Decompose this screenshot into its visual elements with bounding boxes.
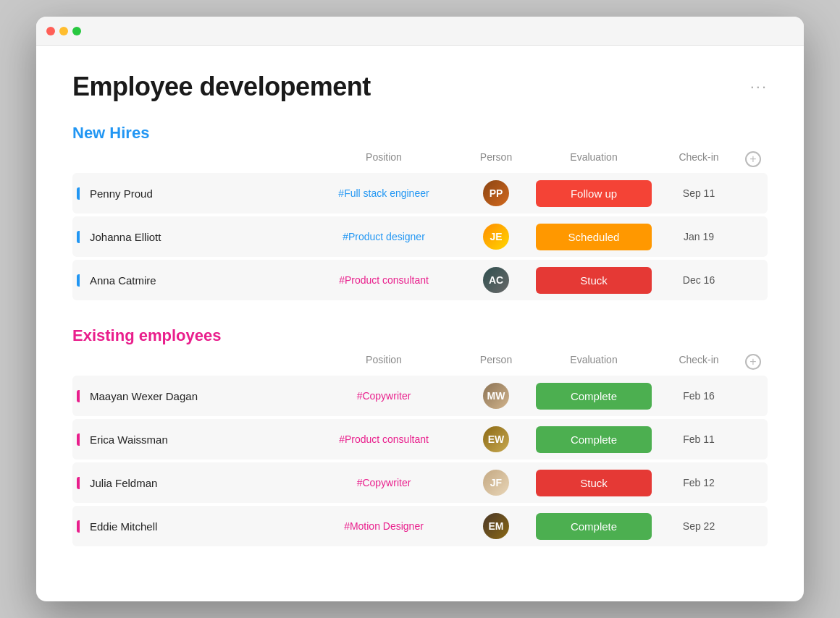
page-header: Employee developement ··· [72,72,768,102]
avatar: EW [483,426,509,452]
row-checkin: Sep 22 [659,520,739,532]
row-evaluation[interactable]: Scheduled [529,224,659,250]
row-person: EW [463,426,529,452]
col-header-position: Position [304,151,463,167]
row-name-cell: Johanna Elliott [72,231,304,243]
row-name: Maayan Wexer Dagan [90,390,198,402]
row-position[interactable]: #Product consultant [304,433,463,445]
avatar: PP [483,180,509,206]
section-title-new-hires: New Hires [72,124,149,143]
col-name-spacer [83,151,304,167]
col-header-add: + [739,151,768,167]
row-evaluation[interactable]: Complete [529,513,659,540]
row-evaluation[interactable]: Stuck [529,267,659,294]
row-evaluation[interactable]: Stuck [529,470,659,496]
table-row: Erica Waissman#Product consultantEWCompl… [72,419,768,460]
avatar: EM [483,513,509,539]
table-row: Anna Catmire#Product consultantACStuckDe… [72,260,768,300]
row-border [77,520,80,533]
row-checkin: Feb 11 [659,433,739,445]
col-header-evaluation: Evaluation [529,151,659,167]
eval-badge[interactable]: Stuck [536,470,652,496]
row-position[interactable]: #Full stack engineer [304,187,463,199]
add-column-button[interactable]: + [739,354,768,370]
row-name-cell: Julia Feldman [72,477,304,489]
eval-badge[interactable]: Complete [536,426,652,453]
row-person: AC [463,267,529,293]
close-button[interactable] [46,27,55,35]
section-existing-employees: Existing employeesPositionPersonEvaluati… [72,326,768,546]
table-row: Johanna Elliott#Product designerJESchedu… [72,216,768,257]
app-window: Employee developement ··· New HiresPosit… [36,17,804,601]
row-checkin: Feb 16 [659,390,739,402]
col-header-person: Person [463,354,529,370]
table-row: Julia Feldman#CopywriterJFStuckFeb 12 [72,462,768,503]
row-name: Anna Catmire [90,274,156,287]
row-name: Johanna Elliott [90,231,161,243]
row-person: MW [463,383,529,409]
sections-container: New HiresPositionPersonEvaluationCheck-i… [72,124,768,546]
row-position[interactable]: #Copywriter [304,477,463,488]
eval-badge[interactable]: Complete [536,383,652,410]
avatar: JF [483,470,509,496]
row-evaluation[interactable]: Complete [529,426,659,453]
page-title: Employee developement [72,72,371,102]
minimize-button[interactable] [59,27,68,35]
row-position[interactable]: #Copywriter [304,390,463,402]
eval-badge[interactable]: Follow up [536,180,652,207]
row-person: JE [463,224,529,250]
table-row: Eddie Mitchell#Motion DesignerEMComplete… [72,506,768,546]
col-header-person: Person [463,151,529,167]
row-name-cell: Erica Waissman [72,433,304,446]
row-checkin: Jan 19 [659,231,739,242]
row-border [77,477,80,489]
avatar: JE [483,224,509,250]
avatar: AC [483,267,509,293]
row-position[interactable]: #Product consultant [304,274,463,286]
col-header-evaluation: Evaluation [529,354,659,370]
row-border [77,274,80,287]
maximize-button[interactable] [72,27,81,35]
row-name-cell: Penny Proud [72,187,304,200]
table-row: Maayan Wexer Dagan#CopywriterMWCompleteF… [72,376,768,416]
row-person: JF [463,470,529,496]
eval-badge[interactable]: Complete [536,513,652,540]
traffic-lights [46,27,81,35]
row-evaluation[interactable]: Complete [529,383,659,410]
row-evaluation[interactable]: Follow up [529,180,659,207]
col-headers-existing-employees: PositionPersonEvaluationCheck-in+ [72,354,768,376]
table-existing-employees: PositionPersonEvaluationCheck-in+Maayan … [72,354,768,546]
row-name-cell: Anna Catmire [72,274,304,287]
row-name-cell: Eddie Mitchell [72,520,304,533]
table-new-hires: PositionPersonEvaluationCheck-in+Penny P… [72,151,768,300]
row-checkin: Dec 16 [659,274,739,286]
col-header-add: + [739,354,768,370]
row-name: Julia Feldman [90,477,157,489]
section-header-new-hires: New Hires [72,124,768,143]
row-position[interactable]: #Product designer [304,231,463,242]
col-header-checkin: Check-in [659,151,739,167]
row-person: PP [463,180,529,206]
section-new-hires: New HiresPositionPersonEvaluationCheck-i… [72,124,768,300]
section-header-existing-employees: Existing employees [72,326,768,345]
row-name: Erica Waissman [90,433,168,446]
row-border [77,390,80,402]
row-name-cell: Maayan Wexer Dagan [72,390,304,402]
titlebar [36,17,804,46]
row-name: Eddie Mitchell [90,520,157,533]
col-header-checkin: Check-in [659,354,739,370]
eval-badge[interactable]: Stuck [536,267,652,294]
row-name: Penny Proud [90,187,153,200]
row-border [77,433,80,446]
row-border [77,231,80,243]
more-menu-button[interactable]: ··· [750,77,768,96]
col-header-position: Position [304,354,463,370]
row-checkin: Sep 11 [659,187,739,199]
table-row: Penny Proud#Full stack engineerPPFollow … [72,173,768,213]
col-name-spacer [83,354,304,370]
row-person: EM [463,513,529,539]
add-column-button[interactable]: + [739,151,768,167]
row-checkin: Feb 12 [659,477,739,488]
row-position[interactable]: #Motion Designer [304,520,463,532]
eval-badge[interactable]: Scheduled [536,224,652,250]
